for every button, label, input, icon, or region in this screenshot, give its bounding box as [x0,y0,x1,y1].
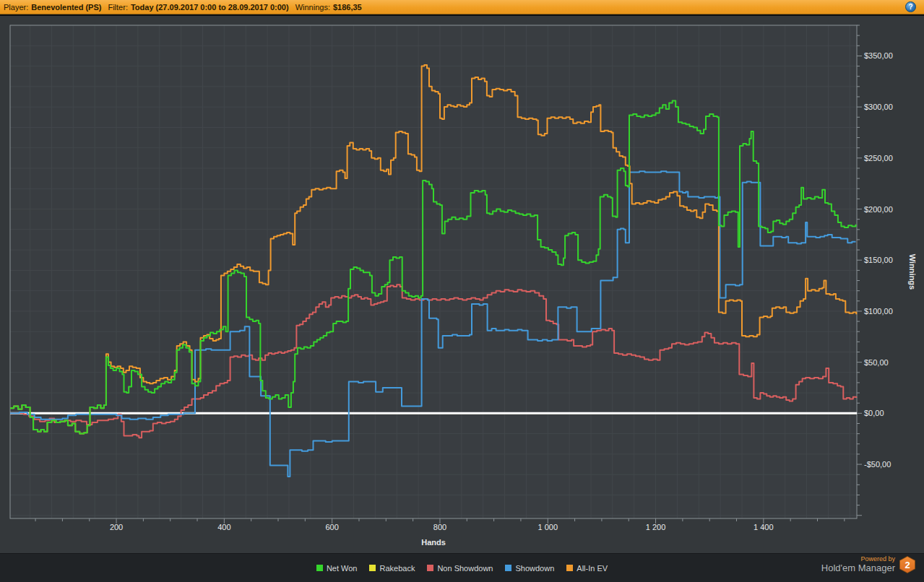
plot-area [10,25,857,518]
winnings-value: $186,35 [333,3,362,12]
legend-label: All-In EV [577,564,608,573]
y-axis-title: Winnings [908,254,917,290]
brand-name: Hold'em Manager [821,563,895,573]
y-axis-tick-label: $200,00 [864,205,893,214]
legend-swatch-icon [369,565,376,571]
player-label: Player: [4,3,28,12]
winnings-chart-canvas[interactable]: $350,00$300,00$250,00$200,00$150,00$100,… [0,16,924,555]
chart-legend: Net WonRakebackNon ShowdownShowdownAll-I… [0,554,924,582]
legend-label: Rakeback [379,564,415,573]
y-axis-tick-label: $250,00 [864,154,893,162]
legend-item-non-showdown: Non Showdown [427,564,493,573]
branding: Powered by Hold'em Manager 2 [821,556,915,573]
legend-label: Net Won [327,564,358,573]
legend-item-net-won: Net Won [316,564,358,573]
legend-swatch-icon [505,565,511,571]
x-axis-tick-label: 200 [110,523,123,531]
help-icon[interactable]: ? [905,1,916,12]
x-axis-tick-label: 1 200 [646,523,666,531]
x-axis-title: Hands [421,538,446,547]
hm2-badge-icon: 2 [899,556,915,573]
winnings-graph: $350,00$300,00$250,00$200,00$150,00$100,… [0,14,924,553]
legend-swatch-icon [566,565,573,571]
legend-item-all-in-ev: All-In EV [566,564,608,573]
winnings-label: Winnings: [295,3,330,12]
y-axis-tick-label: $50,00 [864,358,889,367]
x-axis-tick-label: 400 [217,523,230,531]
y-axis-tick-label: $0,00 [864,409,884,417]
filter-label: Filter: [108,3,128,12]
y-axis-tick-label: $100,00 [864,307,893,316]
legend-swatch-icon [316,565,323,571]
legend-item-rakeback: Rakeback [369,564,415,573]
x-axis-tick-label: 800 [433,523,446,531]
player-value: Benevolented (PS) [31,3,101,12]
x-axis-tick-label: 600 [325,523,338,531]
legend-item-showdown: Showdown [505,564,554,573]
x-axis-tick-label: 1 000 [537,523,558,531]
filter-value: Today (27.09.2017 0:00 to 28.09.2017 0:0… [131,3,289,12]
footer-bar: Net WonRakebackNon ShowdownShowdownAll-I… [0,553,924,582]
legend-label: Non Showdown [437,564,493,573]
y-axis-tick-label: $300,00 [864,103,893,111]
title-bar: Player: Benevolented (PS) Filter: Today … [0,0,924,14]
y-axis-tick-label: -$50,00 [864,460,891,469]
x-axis-tick-label: 1 400 [754,523,774,531]
legend-swatch-icon [427,565,433,571]
y-axis-tick-label: $350,00 [864,51,893,60]
y-axis-tick-label: $150,00 [864,256,893,264]
legend-label: Showdown [515,564,554,573]
